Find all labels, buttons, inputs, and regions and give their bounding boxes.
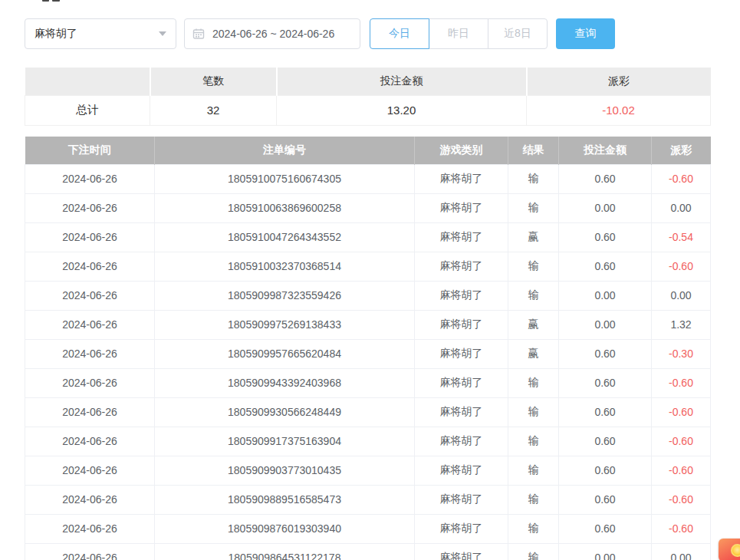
cell-bet-time: 2024-06-26 bbox=[25, 543, 155, 560]
summary-total-label: 总计 bbox=[25, 95, 150, 125]
summary-header-bet: 投注金额 bbox=[277, 68, 527, 95]
summary-total-payout: -10.02 bbox=[527, 95, 711, 125]
table-row: 2024-06-26 1805909876019303940 麻将胡了 输 0.… bbox=[25, 514, 711, 543]
cell-bet-time: 2024-06-26 bbox=[25, 485, 155, 514]
cell-bet-id: 1805909943392403968 bbox=[155, 368, 415, 397]
cell-bet-id: 1805909987323559426 bbox=[155, 281, 415, 310]
cell-bet-id: 1805909889516585473 bbox=[155, 485, 415, 514]
cell-bet-id: 1805909930566248449 bbox=[155, 397, 415, 427]
cell-bet-amount: 0.60 bbox=[559, 397, 652, 427]
cell-payout: 0.00 bbox=[652, 543, 711, 560]
summary-table: 笔数 投注金额 派彩 总计 32 13.20 -10.02 bbox=[25, 68, 711, 126]
calendar-icon bbox=[192, 28, 205, 40]
caret-down-icon bbox=[159, 31, 166, 36]
table-row: 2024-06-26 1805909957665620484 麻将胡了 赢 0.… bbox=[25, 339, 711, 368]
summary-total-row: 总计 32 13.20 -10.02 bbox=[25, 95, 711, 125]
table-row: 2024-06-26 1805910047264343552 麻将胡了 赢 0.… bbox=[25, 222, 711, 252]
red-envelope-icon[interactable] bbox=[719, 539, 740, 560]
cell-game-type: 麻将胡了 bbox=[415, 164, 508, 193]
cell-game-type: 麻将胡了 bbox=[415, 456, 508, 485]
summary-header-row: 笔数 投注金额 派彩 bbox=[25, 68, 711, 95]
cell-result: 输 bbox=[508, 456, 559, 485]
cell-payout: -0.60 bbox=[652, 397, 711, 427]
cell-bet-amount: 0.00 bbox=[559, 310, 652, 339]
table-row: 2024-06-26 1805909930566248449 麻将胡了 输 0.… bbox=[25, 397, 711, 427]
summary-header-blank bbox=[25, 68, 150, 95]
cell-game-type: 麻将胡了 bbox=[415, 339, 508, 368]
cell-result: 赢 bbox=[508, 222, 559, 252]
header-result: 结果 bbox=[508, 137, 559, 164]
cell-payout: -0.60 bbox=[652, 252, 711, 281]
cell-bet-amount: 0.60 bbox=[559, 368, 652, 397]
date-range-picker[interactable] bbox=[184, 18, 360, 49]
cell-payout: -0.60 bbox=[652, 427, 711, 456]
cell-game-type: 麻将胡了 bbox=[415, 252, 508, 281]
cell-game-type: 麻将胡了 bbox=[415, 222, 508, 252]
cell-bet-time: 2024-06-26 bbox=[25, 514, 155, 543]
summary-header-count: 笔数 bbox=[150, 68, 277, 95]
cell-bet-amount: 0.60 bbox=[559, 222, 652, 252]
query-button[interactable]: 查询 bbox=[556, 18, 615, 49]
cell-result: 输 bbox=[508, 193, 559, 222]
cell-payout: -0.60 bbox=[652, 368, 711, 397]
table-row: 2024-06-26 1805910032370368514 麻将胡了 输 0.… bbox=[25, 252, 711, 281]
table-row: 2024-06-26 1805909987323559426 麻将胡了 输 0.… bbox=[25, 281, 711, 310]
header-bet-time: 下注时间 bbox=[25, 137, 155, 164]
cell-result: 输 bbox=[508, 281, 559, 310]
cell-game-type: 麻将胡了 bbox=[415, 485, 508, 514]
header-bet-amount: 投注金额 bbox=[559, 137, 652, 164]
cell-bet-time: 2024-06-26 bbox=[25, 456, 155, 485]
cell-bet-amount: 0.60 bbox=[559, 514, 652, 543]
table-row: 2024-06-26 1805909864531122178 麻将胡了 输 0.… bbox=[25, 543, 711, 560]
game-select[interactable]: 麻将胡了 bbox=[25, 18, 176, 49]
header-payout: 派彩 bbox=[652, 137, 711, 164]
cell-bet-amount: 0.60 bbox=[559, 485, 652, 514]
cell-bet-id: 1805909903773010435 bbox=[155, 456, 415, 485]
cell-result: 赢 bbox=[508, 339, 559, 368]
cell-result: 输 bbox=[508, 397, 559, 427]
cell-bet-amount: 0.60 bbox=[559, 164, 652, 193]
cell-bet-time: 2024-06-26 bbox=[25, 368, 155, 397]
bet-table: 下注时间 注单编号 游戏类别 结果 投注金额 派彩 2024-06-26 180… bbox=[25, 137, 711, 560]
cell-game-type: 麻将胡了 bbox=[415, 310, 508, 339]
cell-payout: 0.00 bbox=[652, 281, 711, 310]
cell-bet-id: 1805909975269138433 bbox=[155, 310, 415, 339]
table-row: 2024-06-26 1805910063869600258 麻将胡了 输 0.… bbox=[25, 193, 711, 222]
cell-result: 输 bbox=[508, 368, 559, 397]
quick-range-today[interactable]: 今日 bbox=[370, 18, 429, 49]
cell-payout: -0.60 bbox=[652, 456, 711, 485]
cell-game-type: 麻将胡了 bbox=[415, 193, 508, 222]
cell-bet-time: 2024-06-26 bbox=[25, 281, 155, 310]
cell-bet-id: 1805909876019303940 bbox=[155, 514, 415, 543]
cell-bet-amount: 0.60 bbox=[559, 427, 652, 456]
cell-bet-id: 1805910032370368514 bbox=[155, 252, 415, 281]
gold-coin-icon bbox=[731, 544, 740, 557]
quick-range-8days[interactable]: 近8日 bbox=[488, 18, 548, 49]
cell-bet-id: 1805909864531122178 bbox=[155, 543, 415, 560]
cell-bet-time: 2024-06-26 bbox=[25, 193, 155, 222]
cell-bet-time: 2024-06-26 bbox=[25, 427, 155, 456]
cell-game-type: 麻将胡了 bbox=[415, 281, 508, 310]
cell-payout: 0.00 bbox=[652, 193, 711, 222]
cell-bet-id: 1805909917375163904 bbox=[155, 427, 415, 456]
summary-header-payout: 派彩 bbox=[527, 68, 711, 95]
table-row: 2024-06-26 1805909975269138433 麻将胡了 赢 0.… bbox=[25, 310, 711, 339]
cell-bet-amount: 0.60 bbox=[559, 252, 652, 281]
cell-bet-id: 1805910063869600258 bbox=[155, 193, 415, 222]
cell-bet-amount: 0.00 bbox=[559, 281, 652, 310]
cell-payout: -0.54 bbox=[652, 222, 711, 252]
cell-bet-amount: 0.00 bbox=[559, 193, 652, 222]
cell-bet-amount: 0.60 bbox=[559, 456, 652, 485]
cell-game-type: 麻将胡了 bbox=[415, 514, 508, 543]
header-game-type: 游戏类别 bbox=[415, 137, 508, 164]
cell-result: 输 bbox=[508, 543, 559, 560]
table-row: 2024-06-26 1805909889516585473 麻将胡了 输 0.… bbox=[25, 485, 711, 514]
date-range-input[interactable] bbox=[211, 27, 352, 41]
cell-bet-time: 2024-06-26 bbox=[25, 310, 155, 339]
filter-bar: 麻将胡了 今日 昨日 近8日 查询 bbox=[25, 18, 615, 49]
cell-bet-amount: 0.00 bbox=[559, 543, 652, 560]
quick-range-group: 今日 昨日 近8日 bbox=[370, 18, 548, 49]
cell-bet-time: 2024-06-26 bbox=[25, 164, 155, 193]
table-row: 2024-06-26 1805909943392403968 麻将胡了 输 0.… bbox=[25, 368, 711, 397]
quick-range-yesterday[interactable]: 昨日 bbox=[429, 18, 488, 49]
